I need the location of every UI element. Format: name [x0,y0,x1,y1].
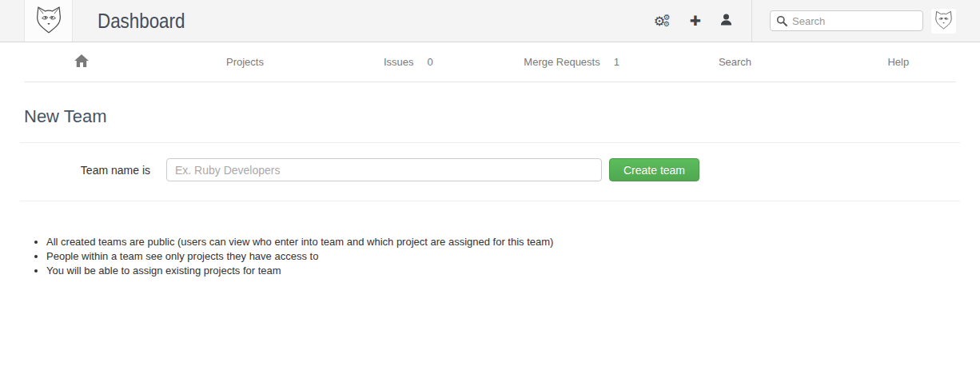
main-nav: Projects Issues 0 Merge Requests 1 Searc… [0,42,980,82]
avatar-tanuki-icon [933,9,954,34]
admin-settings-button[interactable]: ⚙ ⚙ ⚙ [654,13,671,29]
team-name-label: Team name is [20,164,150,177]
search-input[interactable] [770,10,923,31]
note-item: You will be able to assign existing proj… [46,264,960,278]
new-team-form: Team name is Create team [20,158,960,181]
page: Dashboard ⚙ ⚙ ⚙ ✚ [0,0,980,378]
merge-requests-count-badge: 1 [614,56,619,68]
app-title: Dashboard [98,9,185,34]
nav-divider [24,82,956,82]
nav-search[interactable]: Search [653,42,816,82]
issues-count-badge: 0 [427,56,432,68]
nav-merge-requests[interactable]: Merge Requests 1 [490,42,653,82]
new-project-button[interactable]: ✚ [690,13,701,29]
team-name-input[interactable] [166,158,602,181]
note-item: All created teams are public (users can … [46,235,960,249]
note-item: People within a team see only projects t… [46,249,960,264]
home-icon [74,54,89,70]
gitlab-tanuki-logo-icon [33,3,65,38]
content: New Team Team name is Create team All cr… [0,106,980,278]
nav-projects[interactable]: Projects [163,42,326,82]
team-notes-list: All created teams are public (users can … [20,235,960,278]
header-divider [751,0,752,42]
create-team-button[interactable]: Create team [609,158,699,181]
nav-home[interactable] [0,42,163,82]
search-box [770,10,923,31]
title-divider [20,142,960,143]
nav-help[interactable]: Help [817,42,980,82]
app-header: Dashboard ⚙ ⚙ ⚙ ✚ [0,0,980,42]
page-title: New Team [24,106,956,127]
plus-icon: ✚ [690,13,701,29]
form-divider [20,201,960,201]
profile-button[interactable] [719,13,733,30]
nav-issues[interactable]: Issues 0 [327,42,490,82]
user-icon [719,13,733,30]
home-logo-link[interactable] [24,0,73,42]
avatar[interactable] [931,9,956,34]
header-actions: ⚙ ⚙ ⚙ ✚ [654,0,980,42]
